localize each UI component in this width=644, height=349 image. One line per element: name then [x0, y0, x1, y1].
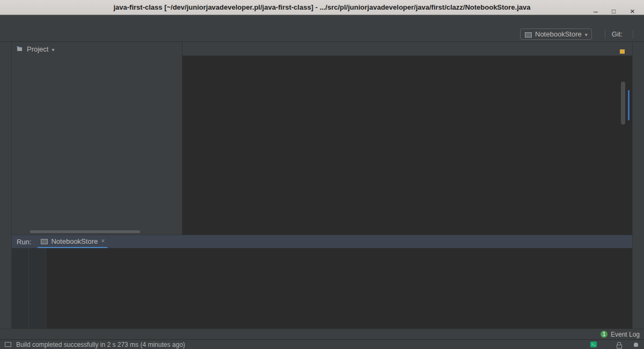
tool-window-bar: 1 Event Log [0, 329, 644, 339]
project-icon [16, 45, 24, 53]
event-log-badge: 1 [601, 331, 608, 338]
editor [182, 42, 632, 235]
chevron-down-icon[interactable] [52, 45, 54, 53]
window-controls [594, 0, 638, 15]
run-configuration-label: NotebookStore [535, 30, 582, 38]
inspections-profile-icon[interactable] [632, 341, 640, 348]
run-tab-label: NotebookStore [51, 237, 98, 245]
editor-tab-bar [182, 42, 632, 56]
run-toolbar-primary [12, 248, 29, 329]
separator [633, 30, 633, 39]
project-panel-header: Project [12, 42, 182, 56]
left-tool-strip [0, 42, 12, 329]
title-bar: java-first-class [~/dev/juniorjavadevelo… [0, 0, 644, 15]
separator [605, 30, 605, 39]
horizontal-scrollbar[interactable] [30, 230, 140, 233]
warning-stripe-mark[interactable] [620, 49, 625, 54]
menu-bar [0, 15, 644, 27]
main-area: Project [0, 42, 644, 329]
chevron-down-icon [585, 30, 588, 38]
window-title: java-first-class [~/dev/juniorjavadevelo… [0, 3, 644, 11]
git-label: Git: [612, 30, 623, 38]
run-label: Run: [17, 238, 31, 246]
terminal-green-icon[interactable] [590, 341, 597, 348]
status-bar: Build completed successfully in 2 s 273 … [0, 339, 644, 349]
ide-window: java-first-class [~/dev/juniorjavadevelo… [0, 0, 644, 349]
app-icon [524, 31, 532, 38]
minimize-icon[interactable] [594, 4, 601, 11]
close-icon[interactable]: × [101, 237, 105, 245]
run-configuration-select[interactable]: NotebookStore [520, 28, 592, 40]
console-output[interactable] [46, 248, 632, 329]
app-icon [40, 237, 48, 245]
run-toolbar-secondary [29, 248, 46, 329]
close-x-icon[interactable] [630, 4, 638, 11]
editor-scrollbar-thumb[interactable] [621, 82, 625, 125]
monitor-icon [4, 341, 12, 348]
editor-breadcrumb [182, 224, 632, 235]
code-area[interactable] [182, 56, 632, 224]
run-panel-header: Run: NotebookStore × [12, 235, 632, 248]
toolbar-actions: NotebookStore Git: [514, 28, 640, 40]
project-panel-title: Project [27, 45, 48, 53]
selection-stripe-mark [628, 90, 630, 120]
event-log-button[interactable]: Event Log [611, 331, 640, 338]
run-panel: Run: NotebookStore × [12, 235, 632, 329]
project-tree [12, 56, 182, 235]
main-toolbar: NotebookStore Git: [0, 27, 644, 42]
run-tab[interactable]: NotebookStore × [38, 235, 107, 248]
unlock-icon[interactable] [616, 341, 623, 348]
project-panel: Project [12, 42, 182, 235]
maximize-icon[interactable] [612, 4, 619, 11]
right-tool-strip [632, 42, 644, 329]
status-message: Build completed successfully in 2 s 273 … [16, 341, 185, 348]
